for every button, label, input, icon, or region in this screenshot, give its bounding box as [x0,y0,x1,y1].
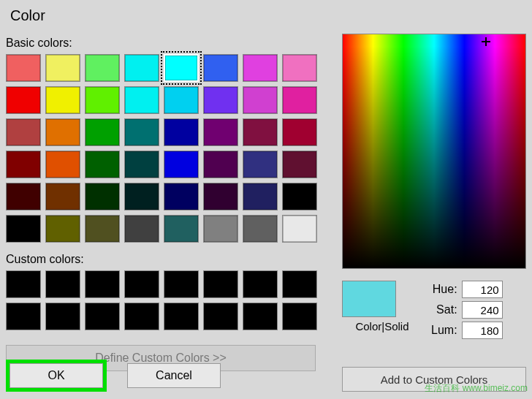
basic-color-swatch[interactable] [282,215,317,243]
color-dialog: Color Basic colors: Custom colors: Defin… [0,0,532,399]
basic-color-swatch[interactable] [6,183,41,210]
basic-color-swatch[interactable] [6,215,41,243]
preview-column: Color|Solid [342,281,422,332]
custom-color-swatch[interactable] [6,303,41,330]
basic-color-swatch[interactable] [85,183,120,210]
basic-color-swatch[interactable] [85,86,120,114]
basic-color-swatch[interactable] [124,86,159,114]
hue-row: Hue: [431,281,503,298]
color-preview-row: Color|Solid Hue: Sat: Lum: [342,281,529,339]
custom-color-swatch[interactable] [124,303,159,330]
basic-color-swatch[interactable] [124,118,159,146]
hsl-fields: Hue: Sat: Lum: [431,281,503,339]
basic-color-swatch[interactable] [282,151,317,178]
basic-color-swatch[interactable] [124,183,159,210]
basic-color-swatch[interactable] [243,151,278,178]
basic-color-swatch[interactable] [124,151,159,178]
basic-colors-grid [6,54,335,243]
basic-color-swatch[interactable] [243,118,278,146]
custom-color-swatch[interactable] [203,270,238,298]
basic-color-swatch[interactable] [85,54,120,82]
basic-color-swatch[interactable] [45,183,80,210]
custom-color-swatch[interactable] [243,303,278,330]
basic-color-swatch[interactable] [282,86,317,114]
basic-color-swatch[interactable] [243,183,278,210]
add-to-custom-button[interactable]: Add to Custom Colors [342,367,526,392]
basic-color-swatch[interactable] [124,215,159,243]
dialog-title: Color [0,0,532,34]
sat-label: Sat: [436,303,457,316]
crosshair-icon [482,37,490,46]
sat-row: Sat: [431,301,503,319]
basic-color-swatch[interactable] [203,54,238,82]
ok-button[interactable]: OK [10,363,103,388]
color-gradient-picker[interactable] [342,34,526,269]
custom-color-swatch[interactable] [243,270,278,298]
basic-color-swatch[interactable] [85,118,120,146]
color-preview-swatch[interactable] [342,281,396,317]
basic-color-swatch[interactable] [45,118,80,146]
basic-color-swatch[interactable] [282,54,317,82]
basic-color-swatch[interactable] [164,118,199,146]
basic-color-swatch[interactable] [203,215,238,243]
color-solid-label: Color|Solid [342,320,422,332]
custom-color-swatch[interactable] [164,303,199,330]
basic-color-swatch[interactable] [203,118,238,146]
cancel-button[interactable]: Cancel [127,363,221,388]
basic-colors-label: Basic colors: [6,37,335,50]
basic-color-swatch[interactable] [203,151,238,178]
ok-highlight-icon: OK [6,360,107,392]
lum-label: Lum: [431,324,457,337]
custom-color-swatch[interactable] [6,270,41,298]
basic-color-swatch[interactable] [164,183,199,210]
basic-color-swatch[interactable] [45,86,80,114]
basic-color-swatch[interactable] [6,118,41,146]
basic-color-swatch[interactable] [243,86,278,114]
basic-color-swatch[interactable] [164,86,199,114]
basic-color-swatch[interactable] [203,86,238,114]
left-pane: Basic colors: Custom colors: Define Cust… [6,34,335,371]
bottom-button-row: OK Cancel [6,360,221,392]
hue-label: Hue: [433,283,457,296]
basic-color-swatch[interactable] [124,54,159,82]
custom-color-swatch[interactable] [45,303,80,330]
basic-color-swatch[interactable] [45,54,80,82]
custom-color-swatch[interactable] [85,303,120,330]
custom-color-swatch[interactable] [203,303,238,330]
basic-color-swatch[interactable] [243,54,278,82]
custom-colors-grid [6,270,335,330]
basic-color-swatch[interactable] [164,215,199,243]
hue-input[interactable] [462,281,503,298]
basic-color-swatch[interactable] [85,215,120,243]
basic-color-swatch[interactable] [85,151,120,178]
basic-color-swatch[interactable] [45,151,80,178]
basic-color-swatch[interactable] [45,215,80,243]
custom-colors-label: Custom colors: [6,253,335,266]
custom-color-swatch[interactable] [282,270,317,298]
basic-color-swatch[interactable] [282,183,317,210]
lum-row: Lum: [431,322,503,339]
basic-color-swatch[interactable] [282,118,317,146]
basic-color-swatch[interactable] [6,151,41,178]
custom-color-swatch[interactable] [164,270,199,298]
custom-color-swatch[interactable] [124,270,159,298]
custom-color-swatch[interactable] [85,270,120,298]
lum-input[interactable] [462,322,503,339]
basic-color-swatch[interactable] [6,54,41,82]
basic-color-swatch[interactable] [164,54,199,82]
basic-color-swatch[interactable] [203,183,238,210]
basic-color-swatch[interactable] [6,86,41,114]
sat-input[interactable] [462,301,503,319]
basic-color-swatch[interactable] [164,151,199,178]
right-pane: Color|Solid Hue: Sat: Lum: [342,34,529,339]
custom-color-swatch[interactable] [282,303,317,330]
basic-color-swatch[interactable] [243,215,278,243]
custom-color-swatch[interactable] [45,270,80,298]
